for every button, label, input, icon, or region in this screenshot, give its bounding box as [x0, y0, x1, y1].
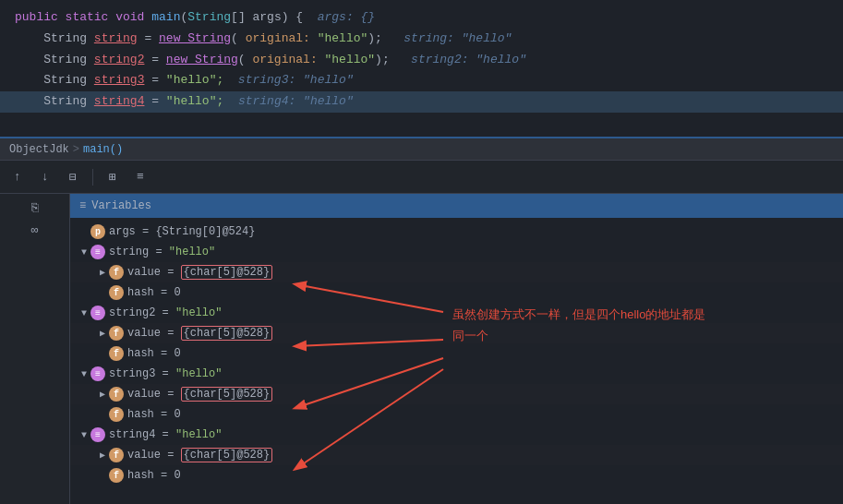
code-line-4: String string3 = "hello"; string3: "hell… [0, 70, 843, 91]
var-row-string[interactable]: ▼ ≡ string = "hello" [70, 242, 843, 262]
var-row-string4-hash[interactable]: f hash = 0 [70, 465, 843, 486]
variables-title: Variables [91, 199, 151, 212]
code-semi2: ); [375, 51, 411, 70]
var-icon-string-value: f [109, 265, 124, 280]
keyword-public: public [15, 8, 66, 28]
code-indent: String [15, 30, 94, 49]
var-row-string-hash[interactable]: f hash = 0 [70, 282, 843, 303]
variables-content[interactable]: ≡ Variables p args = {String[0]@524} ▼ ≡… [70, 194, 843, 504]
param-original: original: [246, 30, 318, 49]
var-text-string2-value: value = {char[5]@528} [127, 327, 272, 340]
code-indent2: String [15, 51, 94, 70]
var-icon-string3-value: f [109, 387, 124, 402]
code-plain: ( [180, 8, 187, 28]
var-row-string2-value[interactable]: ▶ f value = {char[5]@528} [70, 323, 843, 343]
var-text-string3-hash: hash = 0 [127, 408, 181, 421]
type-string: String [187, 8, 231, 28]
keyword-void: void [115, 8, 151, 28]
variables-icon: ≡ [79, 199, 86, 212]
expand-arrow-string3-value[interactable]: ▶ [96, 388, 109, 401]
new-string-keyword: new String [159, 30, 231, 49]
expand-arrow-string4[interactable]: ▼ [78, 428, 90, 441]
var-icon-string4-value: f [109, 448, 124, 462]
var-text-string4-hash: hash = 0 [127, 469, 181, 482]
breadcrumb-bar: ObjectJdk > main() [0, 138, 843, 161]
var-text-args: args = {String[0]@524} [109, 225, 255, 238]
inline-comment-string4: string4: "hello" [238, 92, 354, 112]
code-line-5: String string4 = "hello"; string4: "hell… [0, 91, 843, 113]
toolbar: ↑ ↓ ⊟ ⊞ ≡ [0, 161, 843, 194]
var-string3: string3 [94, 71, 145, 90]
var-icon-string2-value: f [109, 326, 124, 341]
code-eq4: = [144, 92, 165, 112]
toolbar-btn-list[interactable]: ≡ [130, 167, 151, 187]
var-row-string4[interactable]: ▼ ≡ string4 = "hello" [70, 425, 843, 445]
var-row-string3-hash[interactable]: f hash = 0 [70, 404, 843, 425]
var-text-string-value: value = {char[5]@528} [127, 266, 272, 279]
var-icon-string3: ≡ [90, 366, 105, 381]
expand-arrow-string3[interactable]: ▼ [78, 367, 90, 380]
var-row-string3[interactable]: ▼ ≡ string3 = "hello" [70, 364, 843, 384]
gutter-btn-copy[interactable]: ⎘ [25, 198, 45, 218]
code-line-3: String string2 = new String ( original: … [0, 50, 843, 71]
code-eq2: = [144, 51, 165, 70]
var-row-string2[interactable]: ▼ ≡ string2 = "hello" [70, 303, 843, 323]
code-editor: public static void main ( String [] args… [0, 0, 843, 138]
var-list: p args = {String[0]@524} ▼ ≡ string = "h… [70, 218, 843, 489]
var-text-string: string = "hello" [109, 246, 215, 258]
toolbar-btn-table[interactable]: ⊞ [102, 167, 123, 187]
gutter-btn-loop[interactable]: ∞ [25, 220, 45, 240]
inline-comment-args: args: {} [318, 8, 375, 28]
var-text-string2-hash: hash = 0 [127, 347, 181, 360]
code-space4 [223, 92, 238, 112]
param-original2: original: [252, 51, 324, 70]
var-row-string3-value[interactable]: ▶ f value = {char[5]@528} [70, 384, 843, 404]
code-semi1: ); [367, 30, 403, 49]
str-hello3: "hello"; [166, 71, 238, 90]
var-icon-string3-hash: f [109, 407, 124, 422]
main-container: public static void main ( String [] args… [0, 0, 843, 504]
toolbar-btn-down[interactable]: ↓ [35, 167, 55, 187]
var-row-string-value[interactable]: ▶ f value = {char[5]@528} [70, 262, 843, 282]
new-string-keyword2: new String [166, 51, 238, 70]
code-paren: ( [231, 30, 246, 49]
var-text-string2: string2 = "hello" [109, 306, 222, 319]
var-text-string3: string3 = "hello" [109, 367, 222, 380]
var-text-string-hash: hash = 0 [127, 286, 181, 299]
var-string: string [94, 30, 138, 49]
code-indent4: String [15, 92, 94, 112]
code-indent3: String [15, 71, 94, 90]
var-icon-string4-hash: f [109, 468, 124, 483]
breadcrumb-sep: > [73, 143, 79, 156]
var-icon-string4: ≡ [90, 427, 105, 442]
expand-arrow-string2-value[interactable]: ▶ [96, 327, 109, 340]
code-line-1: public static void main ( String [] args… [0, 7, 843, 29]
var-icon-string2: ≡ [90, 306, 105, 320]
left-gutter: ⎘ ∞ [0, 194, 70, 504]
breadcrumb-class: ObjectJdk [9, 143, 69, 156]
keyword-static: static [66, 8, 116, 28]
code-eq3: = [144, 71, 165, 90]
var-icon-string-hash: f [109, 285, 124, 300]
var-text-string4-value: value = {char[5]@528} [127, 449, 272, 462]
var-row-string2-hash[interactable]: f hash = 0 [70, 343, 843, 364]
code-plain-2: [] args) { [231, 8, 318, 28]
var-icon-string2-hash: f [109, 346, 124, 361]
expand-arrow-string-value[interactable]: ▶ [96, 266, 109, 279]
inline-comment-string: string: "hello" [403, 30, 512, 49]
code-paren2: ( [238, 51, 253, 70]
expand-arrow-string[interactable]: ▼ [78, 246, 90, 258]
code-line-2: String string = new String ( original: "… [0, 29, 843, 50]
var-text-string3-value: value = {char[5]@528} [127, 388, 272, 401]
toolbar-btn-filter[interactable]: ⊟ [63, 167, 83, 187]
var-string2: string2 [94, 51, 145, 70]
var-icon-string: ≡ [90, 245, 105, 259]
var-row-string4-value[interactable]: ▶ f value = {char[5]@528} [70, 445, 843, 465]
variables-header: ≡ Variables [70, 194, 843, 218]
expand-arrow-string4-value[interactable]: ▶ [96, 449, 109, 462]
inline-comment-string3: string3: "hello" [238, 71, 354, 90]
var-row-args[interactable]: p args = {String[0]@524} [70, 222, 843, 242]
toolbar-btn-up[interactable]: ↑ [7, 167, 28, 187]
str-hello2: "hello" [324, 51, 375, 70]
expand-arrow-string2[interactable]: ▼ [78, 306, 90, 319]
